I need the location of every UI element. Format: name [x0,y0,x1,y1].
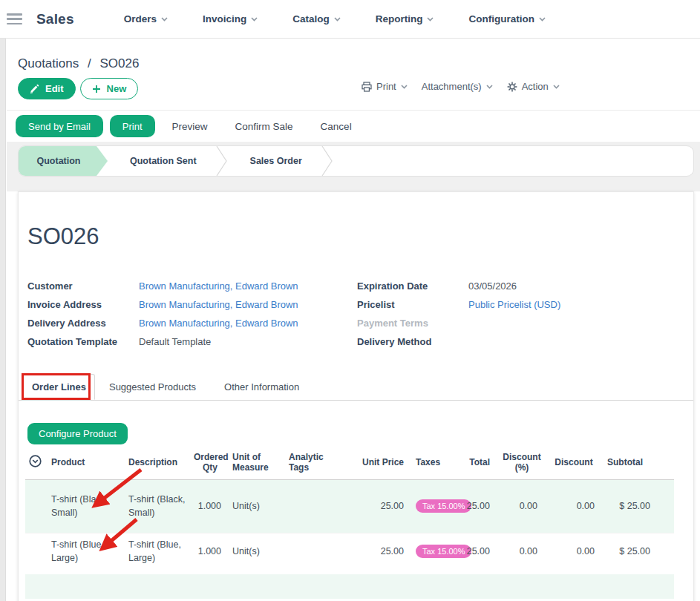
app-brand[interactable]: Sales [36,11,74,27]
discount-cell: 0.00 [548,479,600,533]
printer-icon [362,82,372,92]
breadcrumb: Quotations / SO026 [18,56,139,71]
notebook-tabs: Order Lines Suggested Products Other Inf… [19,375,693,401]
order-line-row-1[interactable]: T-shirt (Black, Small) T-shirt (Black, S… [25,479,674,533]
order-line-row-2[interactable]: T-shirt (Blue, Large) T-shirt (Blue, Lar… [25,533,674,570]
discount-pct-cell: 0.00 [496,533,548,570]
subtotal-cell: $ 25.00 [600,533,674,570]
edit-new-buttons: Edit New [18,78,138,99]
fields-left-column: Customer Brown Manufacturing, Edward Bro… [27,277,298,351]
menu-orders[interactable]: Orders [124,13,168,24]
confirm-sale-button[interactable]: Confirm Sale [225,115,304,137]
preview-button[interactable]: Preview [162,115,218,137]
statusbar: Quotation Quotation Sent Sales Order [18,145,694,177]
breadcrumb-separator: / [88,56,91,70]
control-panel: Quotations / SO026 Edit New Print Attach… [7,39,700,110]
analytic-tags-cell [281,479,341,533]
field-payment-terms: Payment Terms [357,314,560,332]
delivery-address-link[interactable]: Brown Manufacturing, Edward Brown [139,318,298,329]
unit-price-cell: 25.00 [341,479,410,533]
order-lines-table: Product Description Ordered Qty Unit of … [25,445,674,570]
pricelist-link[interactable]: Public Pricelist (USD) [468,299,560,310]
status-step-quotation-sent[interactable]: Quotation Sent [108,146,216,176]
ordered-qty-cell: 1.000 [194,479,226,533]
column-discount: Discount [548,445,600,479]
field-invoice-address: Invoice Address Brown Manufacturing, Edw… [27,295,298,314]
chevron-down-icon [427,17,434,22]
step-separator-icon [216,145,228,177]
analytic-tags-cell [281,533,341,570]
field-delivery-address: Delivery Address Brown Manufacturing, Ed… [27,314,298,332]
chevron-down-icon [161,17,168,22]
column-discount-pct: Discount (%) [496,445,548,479]
statusbar-zone: Quotation Quotation Sent Sales Order [7,142,700,191]
column-ordered-qty: Ordered Qty [194,445,226,479]
edit-button[interactable]: Edit [18,78,76,99]
column-analytic-tags: Analytic Tags [281,445,341,479]
hamburger-menu-icon[interactable] [7,13,22,24]
description-cell: T-shirt (Blue, Large) [128,538,197,565]
field-customer: Customer Brown Manufacturing, Edward Bro… [27,277,298,295]
ordered-qty-cell: 1.000 [194,533,226,570]
column-description: Description [117,445,194,479]
chevron-down-icon [539,17,546,22]
tab-suggested-products[interactable]: Suggested Products [95,374,210,400]
discount-cell: 0.00 [548,533,600,570]
breadcrumb-quotations[interactable]: Quotations [18,56,79,70]
print-button[interactable]: Print [110,115,155,137]
record-actions: Print Attachment(s) Action [362,81,560,92]
field-quotation-template: Quotation Template Default Template [27,332,298,351]
column-product: Product [48,445,117,479]
status-step-quotation[interactable]: Quotation [19,146,108,176]
tax-badge: Tax 15.00% [416,499,471,513]
uom-cell: Unit(s) [226,479,281,533]
field-expiration-date: Expiration Date 03/05/2026 [357,277,560,295]
action-bar: Send by Email Print Preview Confirm Sale… [7,110,700,142]
total-cell: 25.00 [462,533,496,570]
column-total: Total [462,445,496,479]
configure-product-button[interactable]: Configure Product [27,423,128,444]
pencil-icon [30,84,39,93]
column-unit-price: Unit Price [341,445,410,479]
menu-configuration[interactable]: Configuration [468,13,545,24]
chevron-down-icon [401,85,408,89]
uom-cell: Unit(s) [226,533,281,570]
product-cell: T-shirt (Blue, Large) [51,538,114,565]
discount-pct-cell: 0.00 [496,479,548,533]
attachments-menu-button[interactable]: Attachment(s) [422,81,493,92]
subtotal-cell: $ 25.00 [600,479,674,533]
product-cell: T-shirt (Black, Small) [51,493,114,519]
invoice-address-link[interactable]: Brown Manufacturing, Edward Brown [139,299,298,310]
chevron-down-icon [334,17,341,22]
quotation-form-sheet: SO026 Customer Brown Manufacturing, Edwa… [18,191,694,601]
action-menu-button[interactable]: Action [507,81,560,92]
order-line-empty-row[interactable] [25,574,674,599]
total-cell: 25.00 [462,479,496,533]
chevron-down-icon [251,17,258,22]
menu-catalog[interactable]: Catalog [292,13,341,24]
tab-other-information[interactable]: Other Information [210,374,313,400]
chevron-down-icon [553,85,560,89]
main-menu: Orders Invoicing Catalog Reporting Confi… [124,13,546,24]
tab-order-lines[interactable]: Order Lines [23,374,95,400]
print-menu-button[interactable]: Print [362,81,408,92]
chevron-down-icon [486,85,493,89]
new-button[interactable]: New [80,78,139,99]
menu-reporting[interactable]: Reporting [376,13,434,24]
send-by-email-button[interactable]: Send by Email [16,115,103,137]
expiration-date-value: 03/05/2026 [468,280,517,292]
cancel-button[interactable]: Cancel [310,115,362,137]
customer-link[interactable]: Brown Manufacturing, Edward Brown [139,280,298,292]
field-delivery-method: Delivery Method [357,332,560,351]
status-step-sales-order[interactable]: Sales Order [228,146,321,176]
left-gutter [0,39,6,601]
breadcrumb-current: SO026 [99,56,139,70]
step-separator-icon [321,145,333,177]
column-taxes: Taxes [410,445,462,479]
gear-icon [507,82,517,92]
top-navbar: Sales Orders Invoicing Catalog Reporting… [0,0,700,39]
order-lines-header-row: Product Description Ordered Qty Unit of … [25,445,674,479]
circle-chevron-icon[interactable] [29,455,42,467]
plus-icon [92,85,101,93]
menu-invoicing[interactable]: Invoicing [203,13,258,24]
